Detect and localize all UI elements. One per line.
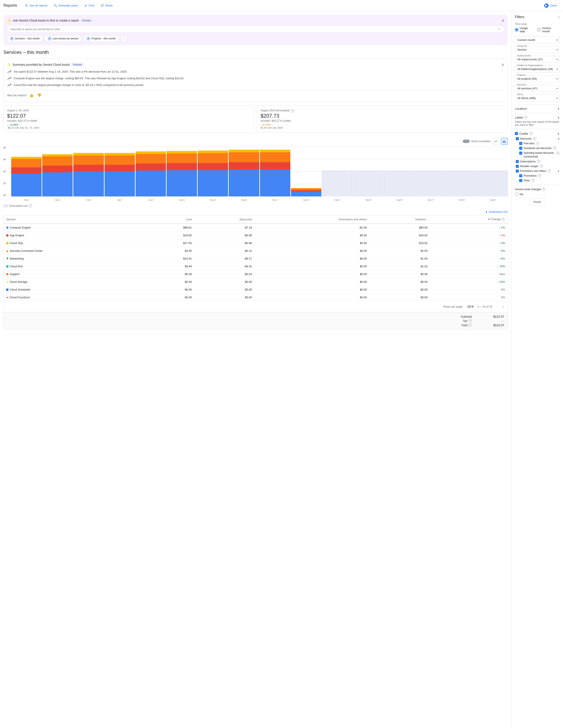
total-info-icon[interactable]: ? [468, 324, 472, 327]
sustained-info-icon[interactable]: ? [553, 146, 556, 150]
cell-change-7: ↓ 20% [430, 278, 508, 286]
cell-discounts-2: -$0.88 [194, 239, 254, 247]
bar-chart-button[interactable] [501, 138, 508, 145]
spending-based-checkbox[interactable] [519, 152, 522, 155]
table-row-1: App Engine $19.60 -$0.98 $0.00 $18.62 ↑ … [4, 231, 508, 239]
chip-services-month[interactable]: Services – this month [7, 35, 43, 42]
cell-service-4: Networking [4, 255, 147, 262]
bar-group-11 [353, 146, 384, 196]
show-cumulative-toggle[interactable]: Show cumulative [463, 140, 491, 143]
reseller-row: Reseller margin ? [516, 165, 560, 168]
app-title: Reports [3, 3, 17, 8]
summary-bullet-1: You spent $122.07 between Aug 1-19, 2024… [7, 70, 504, 74]
labels-header[interactable]: Labels ? ∨ [515, 116, 560, 119]
promotions-info-icon[interactable]: ? [538, 174, 541, 177]
usage-date-option[interactable]: Usage date [515, 26, 534, 33]
generate-query-link[interactable]: 🔍 Generate query [51, 3, 80, 9]
info-icon-forecasted[interactable]: ? [291, 109, 295, 113]
locations-header[interactable]: Locations ∨ [515, 107, 560, 110]
collapse-summary-button[interactable]: ∧ [501, 62, 504, 67]
services-filter-field-label: Services [517, 83, 527, 86]
forecast-legend-box [3, 205, 8, 207]
other-checkbox[interactable] [519, 179, 522, 182]
metric-sub-1: includes -$24.37 in credits [7, 119, 251, 122]
totals-tax-row: Tax ? — [463, 319, 504, 323]
other-info-icon[interactable]: ? [531, 179, 535, 182]
sustained-use-checkbox[interactable] [519, 147, 522, 150]
discounts-expand-icon[interactable]: ∧ [558, 137, 560, 140]
totals-section: Subtotal $122.07 Tax ? — Total ? [4, 312, 508, 330]
discounts-info-icon[interactable]: ? [533, 137, 536, 140]
reseller-checkbox[interactable] [516, 165, 519, 168]
invoice-month-option[interactable]: Invoice month [537, 26, 560, 33]
print-icon: 🖨 [84, 4, 87, 7]
current-month-select[interactable]: Current month Last month Last 3 months [515, 36, 560, 44]
cell-subtotal-9: $0.00 [370, 293, 430, 301]
share-link[interactable]: 🔗 Share [98, 3, 115, 9]
free-tiers-checkbox[interactable] [519, 142, 522, 145]
prev-page-button[interactable]: ‹ [496, 304, 499, 310]
chip-more[interactable]: › [121, 35, 126, 42]
metric-sub-2: includes -$43.27 in credits [260, 119, 504, 122]
reseller-info-icon[interactable]: ? [540, 165, 543, 168]
invoice-level-info-icon[interactable]: ? [542, 188, 545, 191]
forecast-info-icon[interactable]: ? [29, 204, 32, 208]
free-tiers-info-icon[interactable]: ? [536, 142, 539, 145]
discounts-main-checkbox[interactable] [516, 137, 519, 140]
spending-info-icon[interactable]: ? [556, 152, 560, 155]
table-row-5: Cloud Run $5.94 -$4.91 $0.00 $1.02 ↓ 76% [4, 262, 508, 270]
chip-last-invoice[interactable]: Last invoice by service [45, 35, 82, 42]
gemini-search-input[interactable] [11, 28, 498, 31]
credits-info-icon[interactable]: ? [529, 132, 533, 135]
group-by-field-label: Group by [517, 45, 527, 47]
promo-collapse-icon[interactable]: ∧ [558, 170, 560, 173]
tax-info-icon[interactable]: ? [468, 319, 472, 323]
promotions-checkbox[interactable] [519, 174, 522, 177]
down-arrow-icon-1: ↓ [7, 123, 9, 126]
group-by-wrapper: Group by Service Project SKU ▾ [515, 46, 560, 53]
learn-link[interactable]: Learn [542, 2, 560, 9]
reset-button[interactable]: Reset [529, 198, 546, 205]
gemini-section: ✨ Ask Gemini Cloud Assist to find or cre… [3, 15, 508, 45]
cumulative-switch[interactable] [463, 140, 470, 143]
skus-wrapper: SKUs All SKUs (408) ▾ [515, 95, 560, 102]
download-csv-button[interactable]: ⬇ Download CSV [485, 210, 508, 213]
print-link[interactable]: 🖨 Print [81, 3, 97, 9]
discounts-checkbox[interactable] [515, 132, 518, 135]
thumbs-up-button[interactable]: 👍 [28, 92, 34, 98]
current-month-wrapper: Current month Last month Last 3 months ▾ [515, 36, 560, 44]
promo-info-icon[interactable]: ? [547, 169, 551, 173]
see-all-reports-link[interactable]: ☰ See all reports [22, 3, 50, 9]
thumbs-down-button[interactable]: 👎 [36, 92, 42, 98]
line-chart-button[interactable] [492, 138, 499, 145]
usage-date-radio[interactable] [515, 28, 518, 31]
metrics-row: August 1–19, 2024 $122.07 includes -$24.… [3, 105, 508, 133]
subscriptions-checkbox[interactable] [516, 160, 519, 163]
cell-subtotal-0: $80.63 [370, 224, 430, 232]
cell-subtotal-7: $0.04 [370, 278, 430, 286]
metric-change-sub-1: -$5.21 over July 13 – 31, 2024 [7, 126, 251, 129]
chip-projects-month[interactable]: Projects – this month [83, 35, 119, 42]
svg-point-2 [11, 38, 12, 39]
cell-service-6: Support [4, 270, 147, 278]
rows-per-page-select[interactable]: 10 25 50 [467, 305, 474, 308]
y-label-4: $4 [3, 170, 6, 173]
metric-change-sub-2: $1.54 over July 2024 [260, 126, 504, 129]
next-page-button[interactable]: › [502, 304, 505, 310]
tax-value: — [489, 319, 504, 323]
sort-icon: ↓ [426, 218, 428, 221]
promotions-others-checkbox[interactable] [516, 170, 519, 173]
cell-discounts-0: -$7.18 [194, 224, 254, 232]
col-header-subtotal[interactable]: Subtotal ↓ [370, 215, 430, 224]
collapse-gemini-button[interactable]: ∧ [502, 18, 504, 23]
discounts-row: Discounts ? ∧ [516, 137, 560, 140]
invoice-month-radio[interactable] [537, 28, 541, 31]
collapse-filters-button[interactable]: › [558, 15, 560, 19]
labels-info-icon[interactable]: ? [524, 116, 527, 119]
cell-cost-0: $88.81 [147, 224, 194, 232]
tax-checkbox[interactable] [515, 193, 518, 196]
credits-header[interactable]: Credits ? ∧ [515, 132, 560, 135]
subscriptions-info-icon[interactable]: ? [537, 160, 540, 163]
change-info-icon[interactable]: ? [502, 218, 505, 221]
share-icon: 🔗 [100, 4, 104, 7]
